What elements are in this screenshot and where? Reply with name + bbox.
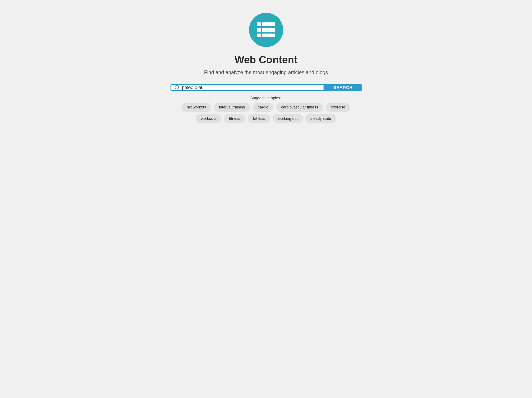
logo-bar — [262, 28, 275, 32]
search-row: SEARCH — [170, 84, 362, 91]
topic-chip-fitness[interactable]: fitness — [224, 114, 245, 123]
search-button[interactable]: SEARCH — [324, 84, 362, 91]
topic-chip-cardio[interactable]: cardio — [253, 103, 273, 112]
topic-chip-hiit-workout[interactable]: hiit workout — [182, 103, 211, 112]
topic-chip-exercise[interactable]: exercise — [326, 103, 350, 112]
svg-line-1 — [178, 89, 179, 90]
topic-chip-cardiovascular-fitness[interactable]: cardiovascular fitness — [276, 103, 323, 112]
topic-chip-working-out[interactable]: working out — [273, 114, 303, 123]
logo-square — [257, 33, 261, 37]
search-icon — [175, 85, 179, 90]
topic-chip-fat-loss[interactable]: fat loss — [248, 114, 270, 123]
topic-chip-steady-state[interactable]: steady state — [305, 114, 336, 123]
logo-bar — [262, 33, 275, 37]
logo-row-3 — [257, 33, 275, 37]
topic-chip-workouts[interactable]: workouts — [196, 114, 221, 123]
topic-chip-interval-training[interactable]: interval training — [214, 103, 250, 112]
suggestions-row: Suggested topics: hiit workout interval … — [170, 96, 362, 123]
suggestions-label: Suggested topics: — [250, 96, 281, 100]
main-container: Web Content Find and analyze the most en… — [170, 13, 362, 123]
logo-row-1 — [257, 22, 275, 26]
page-title: Web Content — [234, 54, 298, 65]
logo-row-2 — [257, 28, 275, 32]
logo-square — [257, 22, 261, 26]
app-logo — [249, 13, 283, 47]
logo-icon — [257, 22, 275, 37]
search-input[interactable] — [182, 85, 319, 90]
search-box — [170, 84, 324, 91]
logo-bar — [262, 22, 275, 26]
page-subtitle: Find and analyze the most engaging artic… — [204, 69, 328, 75]
topics-container: hiit workout interval training cardio ca… — [170, 103, 362, 123]
logo-square — [257, 28, 261, 32]
